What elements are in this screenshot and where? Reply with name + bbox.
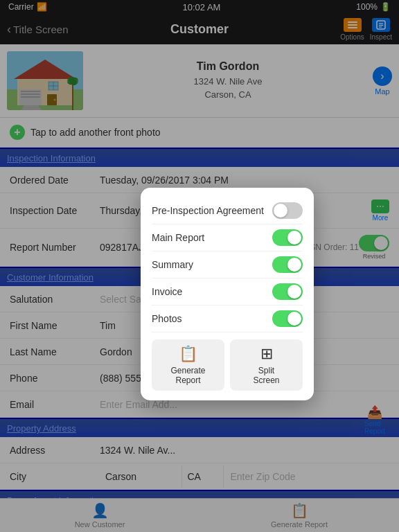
pre-inspection-label: Pre-Inspection Agreement <box>152 205 264 216</box>
summary-toggle[interactable] <box>272 256 303 273</box>
photos-toggle[interactable] <box>272 310 303 327</box>
summary-toggle-thumb <box>287 258 301 272</box>
split-screen-label: Split Screen <box>253 366 279 385</box>
popup-row-pre-inspection: Pre-Inspection Agreement <box>152 197 303 224</box>
popup-overlay[interactable]: Pre-Inspection Agreement Main Report Sum… <box>0 0 399 532</box>
popup-row-photos: Photos <box>152 305 303 332</box>
main-report-toggle-thumb <box>287 231 301 245</box>
photos-toggle-thumb <box>287 312 301 326</box>
popup-row-summary: Summary <box>152 251 303 278</box>
main-report-toggle[interactable] <box>272 229 303 246</box>
invoice-toggle[interactable] <box>272 283 303 300</box>
split-screen-icon: ⊞ <box>260 345 273 363</box>
summary-label: Summary <box>152 259 193 270</box>
popup-row-main-report: Main Report <box>152 224 303 251</box>
popup-row-invoice: Invoice <box>152 278 303 305</box>
generate-report-popup-icon: 📋 <box>179 345 197 363</box>
pre-inspection-toggle-thumb <box>274 204 287 218</box>
pre-inspection-toggle[interactable] <box>272 202 303 219</box>
report-options-popup: Pre-Inspection Agreement Main Report Sum… <box>141 188 314 400</box>
popup-actions: 📋 Generate Report ⊞ Split Screen <box>152 339 303 391</box>
generate-report-button[interactable]: 📋 Generate Report <box>152 339 224 391</box>
invoice-toggle-thumb <box>287 285 301 299</box>
main-report-label: Main Report <box>152 232 204 243</box>
generate-report-popup-label: Generate Report <box>170 366 205 385</box>
photos-label: Photos <box>152 313 182 324</box>
split-screen-button[interactable]: ⊞ Split Screen <box>230 339 303 391</box>
invoice-label: Invoice <box>152 286 182 297</box>
